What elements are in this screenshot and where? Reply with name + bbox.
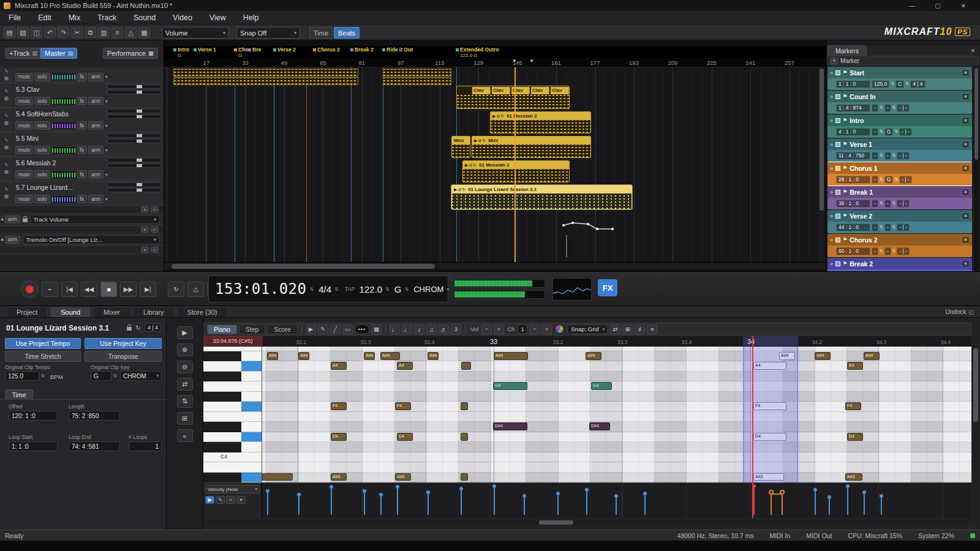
tab-sound[interactable]: Sound	[50, 307, 91, 317]
clip-clav[interactable]: Clav	[531, 87, 549, 94]
velocity-stem[interactable]	[829, 498, 830, 515]
fx-button[interactable]: fx	[77, 121, 88, 130]
master-track-button[interactable]: Master▤	[40, 48, 77, 59]
piano-roll-h-scrollbar[interactable]	[203, 519, 971, 526]
velocity-stem[interactable]	[847, 487, 848, 515]
undock-button[interactable]: Undock◱	[946, 309, 974, 317]
clip-01-messiah-2[interactable]: ▶⊘↻01 Messiah 2	[490, 111, 591, 133]
velocity-stem[interactable]	[267, 492, 268, 515]
close-icon[interactable]: ✕	[967, 48, 979, 56]
song-marker-verse-1[interactable]: Verse 1	[194, 47, 216, 53]
clip-header-icons[interactable]: ▶⊘↻	[492, 114, 505, 119]
velocity-play-button[interactable]: ▶	[205, 496, 214, 504]
scrollbar-thumb[interactable]	[539, 520, 573, 525]
clip-clav[interactable]: Clav	[492, 87, 510, 94]
zoom-in-button[interactable]: ⊕	[177, 343, 193, 356]
marker-signature[interactable]: 4 | 4	[910, 80, 925, 88]
marker-color-chip[interactable]	[835, 94, 840, 99]
midi-note-a4[interactable]: A4	[397, 362, 413, 370]
song-marker-extended-outro[interactable]: Extended Outro122.0 G	[456, 47, 499, 58]
song-marker-break-2[interactable]: Break 2	[350, 47, 374, 53]
marker-item-start[interactable]: »⚑Start✕1 : 1 : 0125.0⇅C⇅4 | 4	[827, 67, 972, 90]
cut-icon[interactable]: ✂	[71, 27, 83, 38]
edit-icon[interactable]: ✎	[4, 69, 9, 74]
marker-delete-button[interactable]: ✕	[962, 141, 970, 148]
loop-record-button[interactable]: ⌁	[42, 282, 58, 297]
song-marker-verse-2[interactable]: Verse 2	[273, 47, 296, 53]
edit-icon[interactable]: ✎	[4, 138, 9, 143]
go-to-start-button[interactable]: |◀	[61, 282, 78, 297]
tuplet-button[interactable]: 3	[451, 324, 461, 334]
new-project-icon[interactable]: ▤	[4, 27, 15, 38]
go-to-end-button[interactable]: ▶|	[140, 282, 156, 297]
stop-button[interactable]: ■	[100, 282, 117, 297]
velocity-stem[interactable]	[397, 487, 398, 515]
remove-automation-lane-button[interactable]: −	[151, 206, 159, 212]
midi-note-d-4[interactable]: D#4	[589, 422, 610, 430]
mute-button[interactable]: mute	[15, 146, 33, 154]
instrument-icon[interactable]: ▦	[4, 96, 9, 101]
track-slider[interactable]	[107, 158, 161, 162]
midi-note-f4[interactable]: F4	[753, 402, 786, 410]
marker-reorder-icon[interactable]: »	[830, 237, 833, 243]
marker-signature[interactable]: - | -	[897, 152, 910, 160]
marker-position[interactable]: 1 : 4 : 874	[836, 104, 870, 112]
marker-key[interactable]: -	[884, 152, 891, 160]
automation-arm-button[interactable]: arm	[5, 236, 20, 244]
marker-item-verse-1[interactable]: »⚑Verse 1✕11 : 4 : 750-⇅-⇅- | -	[827, 138, 972, 162]
marker-key[interactable]: -	[884, 104, 891, 112]
tab-mixer[interactable]: Mixer	[93, 307, 130, 317]
solo-button[interactable]: solo	[34, 97, 50, 105]
marker-position[interactable]: 44 : 1 : 0	[836, 223, 870, 231]
piano-display-icon[interactable]: ▦	[371, 324, 382, 334]
loop-mode-button[interactable]: ↻	[168, 282, 184, 297]
loop-start-field[interactable]: 1: 1 :0	[9, 441, 58, 451]
arm-button[interactable]: arm	[88, 146, 104, 154]
use-project-key-button[interactable]: Use Project Key	[85, 338, 162, 349]
add-automation-lane-button[interactable]: +	[141, 247, 149, 253]
velocity-stem[interactable]	[380, 495, 382, 515]
track-row-5-7-lounge-lizard[interactable]: ✎▦5.7 Lounge Lizard...mutesolofxarm▾	[0, 181, 164, 206]
minimize-button[interactable]: —	[899, 0, 925, 11]
marker-signature[interactable]: - | -	[899, 176, 912, 184]
midi-in-status[interactable]: MIDI In	[770, 532, 791, 539]
time-display[interactable]: 153:01.020	[215, 280, 307, 298]
velocity-stem[interactable]	[753, 487, 755, 515]
pr-tab-step[interactable]: Step	[239, 324, 266, 334]
track-row-5-3-clav[interactable]: ✎▦5.3 Clavmutesolofxarm▾	[0, 83, 164, 108]
song-marker-chorus-2[interactable]: Chorus 2	[313, 47, 340, 53]
select-tool-icon[interactable]: ▶	[306, 324, 316, 334]
time-signature-display[interactable]: 4/4	[318, 284, 331, 294]
marker-item-break-1[interactable]: »⚑Break 1✕36 : 1 : 0-⇅-⇅- | -	[827, 186, 972, 209]
time-stretch-button[interactable]: Time Stretch	[5, 351, 81, 362]
midi-note-f4[interactable]: F4	[845, 402, 861, 410]
marker-signature[interactable]: - | -	[897, 247, 910, 255]
clip-header-icons[interactable]: ▶⊘↻	[454, 187, 466, 192]
marker-signature[interactable]: - | -	[897, 104, 910, 112]
stepper-icon[interactable]: ⇅	[334, 287, 339, 292]
stepper-icon[interactable]: ⇅	[310, 287, 314, 292]
midi-note-a-3[interactable]: A#3	[395, 473, 411, 481]
automation-lane-track-volume[interactable]: ▲armTrack Volume▾	[0, 214, 164, 226]
chevron-down-icon[interactable]: ▾	[447, 287, 449, 292]
midi-note-f4[interactable]	[461, 402, 468, 410]
clip-header-icons[interactable]: ▶⊘↻	[465, 163, 477, 168]
midi-note-a-3[interactable]	[461, 473, 468, 481]
clip-time-signature[interactable]: 4 | 4	[145, 323, 161, 332]
fx-button[interactable]: fx	[77, 73, 88, 81]
midi-note-d4[interactable]: D4	[847, 433, 863, 441]
midi-note-a-3[interactable]: A#3	[845, 473, 862, 481]
velocity-stem[interactable]	[586, 490, 587, 515]
automation-lane-tremolo-on-off-lounge-liz[interactable]: ▲armTremolo On/Off [Lounge Liz...▾	[0, 234, 164, 246]
marker-reorder-icon[interactable]: »	[830, 189, 833, 195]
timeline-v-scrollbar[interactable]	[819, 67, 824, 262]
marker-reorder-icon[interactable]: »	[830, 165, 833, 171]
midi-note-a-4[interactable]: A#4	[267, 352, 278, 360]
tab-project[interactable]: Project	[6, 307, 48, 317]
midi-note-a-4[interactable]: A#4	[298, 352, 309, 360]
instrument-icon[interactable]: ▦	[4, 121, 9, 126]
velocity-draw-button[interactable]: ✎	[216, 496, 225, 504]
piano-key-f4[interactable]	[203, 402, 262, 411]
solo-button[interactable]: solo	[34, 121, 50, 130]
instrument-icon[interactable]: ▦	[4, 145, 9, 150]
